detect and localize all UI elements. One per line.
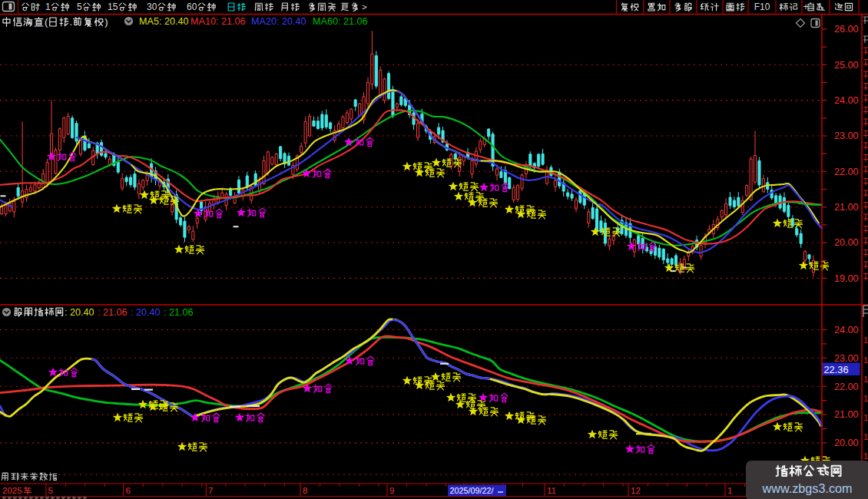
svg-text:19.00: 19.00 bbox=[834, 273, 859, 284]
svg-text:6: 6 bbox=[125, 486, 130, 495]
svg-text:9: 9 bbox=[389, 486, 394, 495]
svg-text:1: 1 bbox=[863, 335, 868, 345]
svg-text:MA60: 21.06: MA60: 21.06 bbox=[313, 16, 367, 27]
svg-text:1: 1 bbox=[863, 375, 868, 384]
svg-text:12: 12 bbox=[631, 486, 641, 495]
svg-text:20.00: 20.00 bbox=[834, 237, 859, 248]
svg-text:1: 1 bbox=[863, 413, 868, 422]
svg-text:: 20.40: : 20.40 bbox=[65, 307, 94, 318]
svg-text:: 21.06: : 21.06 bbox=[164, 307, 194, 318]
svg-text:1: 1 bbox=[863, 451, 868, 461]
svg-text:20.00: 20.00 bbox=[834, 438, 859, 448]
svg-text:21.00: 21.00 bbox=[834, 409, 859, 420]
svg-text:5: 5 bbox=[48, 486, 53, 495]
svg-text:2025/09/22/: 2025/09/22/ bbox=[450, 486, 494, 495]
svg-text:23.00: 23.00 bbox=[834, 131, 859, 141]
svg-text:1: 1 bbox=[863, 432, 868, 441]
svg-text:www.zbgs3.com: www.zbgs3.com bbox=[762, 481, 853, 495]
svg-text:23.00: 23.00 bbox=[834, 353, 859, 364]
svg-text:22.00: 22.00 bbox=[834, 382, 859, 392]
svg-text:21.00: 21.00 bbox=[834, 202, 859, 213]
svg-text:1: 1 bbox=[45, 2, 51, 12]
svg-text:2025: 2025 bbox=[2, 486, 22, 495]
svg-text:5: 5 bbox=[113, 2, 118, 12]
svg-text:): ) bbox=[104, 16, 108, 28]
svg-text:7: 7 bbox=[208, 486, 213, 495]
svg-text:MA10: 21.06: MA10: 21.06 bbox=[190, 16, 245, 27]
svg-text:0: 0 bbox=[152, 2, 157, 12]
svg-text:F10: F10 bbox=[754, 2, 770, 12]
svg-text:1: 1 bbox=[863, 394, 868, 403]
svg-text:11: 11 bbox=[547, 486, 556, 495]
svg-text:1: 1 bbox=[727, 486, 732, 495]
svg-text:22.00: 22.00 bbox=[834, 167, 859, 177]
svg-text:0: 0 bbox=[192, 2, 197, 12]
svg-text:25.00: 25.00 bbox=[834, 60, 859, 71]
svg-text:: 21.06: : 21.06 bbox=[98, 307, 128, 318]
svg-text:8: 8 bbox=[303, 486, 307, 495]
svg-text:1: 1 bbox=[863, 355, 868, 365]
svg-text:MA5: 20.40: MA5: 20.40 bbox=[139, 16, 188, 27]
svg-text:26.00: 26.00 bbox=[834, 24, 859, 35]
svg-text:: 20.40: : 20.40 bbox=[131, 307, 161, 318]
svg-text:>: > bbox=[362, 2, 367, 12]
svg-text:5: 5 bbox=[77, 2, 82, 12]
svg-text:.: . bbox=[69, 16, 72, 28]
svg-text:MA20: 20.40: MA20: 20.40 bbox=[251, 16, 306, 27]
svg-text:24.00: 24.00 bbox=[834, 325, 859, 335]
svg-text:24.00: 24.00 bbox=[834, 95, 859, 106]
svg-text:(: ( bbox=[45, 16, 48, 28]
svg-text:22.36: 22.36 bbox=[824, 364, 849, 375]
